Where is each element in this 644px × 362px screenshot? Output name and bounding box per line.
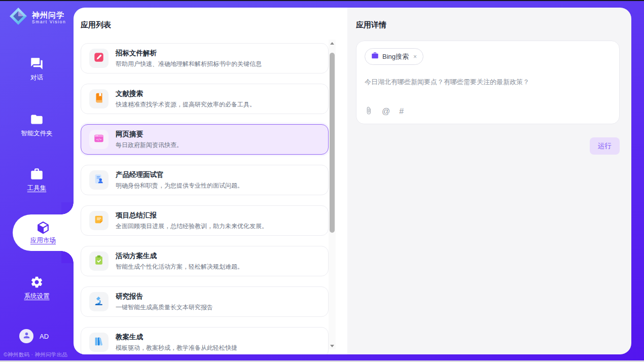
- book-icon: [93, 92, 104, 105]
- sidebar-item-label: 应用市场: [30, 236, 56, 245]
- window-top-edge: [0, 0, 644, 1]
- sidebar-item-chat[interactable]: 对话: [0, 57, 74, 82]
- active-curve-bottom: [61, 251, 74, 263]
- mention-icon[interactable]: @: [382, 107, 390, 116]
- app-list-panel: 应用列表 招标文件解析 帮助用户快速、准确地理解和解析招标书中的关键信息: [74, 8, 347, 354]
- app-card-icon-box: [89, 211, 109, 230]
- close-icon[interactable]: ×: [413, 53, 417, 60]
- scroll-up-arrow-icon[interactable]: [329, 40, 336, 47]
- briefcase-icon: [371, 52, 379, 61]
- composer-toolbar: @ #: [365, 106, 404, 117]
- sidebar-item-smart-folder[interactable]: 智能文件夹: [0, 113, 74, 138]
- app-detail-panel: 应用详情 Bing搜索 × 今日湖北有哪些新闻要点？有哪些需要关注的最新政策？ …: [347, 8, 631, 354]
- hash-icon[interactable]: #: [399, 107, 404, 116]
- app-card-desc: 智能生成个性化活动方案，轻松解决规划难题。: [116, 263, 243, 271]
- sidebar-item-label: 系统设置: [24, 292, 50, 301]
- app-card-desc: 快速精准查找学术资源，提高研究效率的必备工具。: [116, 100, 256, 109]
- books-icon: [93, 336, 104, 349]
- sidebar-item-app-market[interactable]: 应用市场: [13, 214, 74, 251]
- app-detail-title: 应用详情: [356, 20, 386, 30]
- app-card-literature-search[interactable]: 文献搜索 快速精准查找学术资源，提高研究效率的必备工具。: [81, 84, 329, 114]
- prompt-card[interactable]: Bing搜索 × 今日湖北有哪些新闻要点？有哪些需要关注的最新政策？ @ #: [356, 41, 620, 124]
- app-card-icon-box: [89, 89, 109, 108]
- user-profile[interactable]: AD: [19, 329, 49, 343]
- interviewer-icon: [93, 173, 104, 187]
- app-card-title: 文献搜索: [116, 89, 256, 98]
- clipboard-check-icon: [93, 255, 104, 268]
- note-icon: [93, 214, 104, 227]
- active-curve-top: [61, 202, 74, 214]
- app-list-title: 应用列表: [81, 20, 111, 30]
- main-content: 应用列表 招标文件解析 帮助用户快速、准确地理解和解析招标书中的关键信息: [74, 8, 631, 354]
- app-card-title: 教案生成: [116, 333, 237, 342]
- app-card-lesson-plan[interactable]: 教案生成 模板驱动，教案秒成，教学准备从此轻松快捷: [81, 327, 329, 354]
- app-card-icon-box: [89, 292, 109, 311]
- app-card-title: 项目总结汇报: [116, 211, 268, 220]
- brand-name: 神州问学: [32, 11, 66, 19]
- app-card-bid-parse[interactable]: 招标文件解析 帮助用户快速、准确地理解和解析招标书中的关键信息: [81, 43, 329, 74]
- app-card-event-plan[interactable]: 活动方案生成 智能生成个性化活动方案，轻松解决规划难题。: [81, 246, 329, 276]
- app-card-desc: 一键智能生成高质量长文本研究报告: [116, 303, 213, 312]
- app-card-title: 产品经理面试官: [116, 170, 243, 179]
- cube-icon: [36, 221, 50, 235]
- browser-code-icon: </>: [93, 133, 104, 146]
- sidebar-item-label: 工具集: [27, 184, 47, 193]
- sidebar-item-toolset[interactable]: 工具集: [0, 167, 74, 193]
- toolbox-icon: [0, 167, 74, 182]
- app-card-web-summary[interactable]: </> 网页摘要 每日政府新闻资讯快查。: [81, 124, 329, 155]
- app-card-list: 招标文件解析 帮助用户快速、准确地理解和解析招标书中的关键信息 文献搜索 快速精…: [81, 43, 329, 354]
- folder-icon: [0, 113, 74, 127]
- app-card-desc: 每日政府新闻资讯快查。: [116, 141, 183, 150]
- person-icon: [22, 331, 31, 342]
- tool-tag-bing-search[interactable]: Bing搜索 ×: [365, 48, 423, 65]
- app-card-desc: 全面回顾项目进展，总结经验教训，助力未来优化发展。: [116, 222, 268, 231]
- chat-icon: [0, 57, 74, 71]
- tool-tag-label: Bing搜索: [382, 52, 409, 61]
- app-card-title: 活动方案生成: [116, 251, 243, 261]
- brand[interactable]: 神州问学 Smart Vision: [9, 7, 66, 28]
- app-card-title: 研究报告: [116, 292, 213, 301]
- query-text[interactable]: 今日湖北有哪些新闻要点？有哪些需要关注的最新政策？: [365, 77, 611, 87]
- app-card-desc: 模板驱动，教案秒成，教学准备从此轻松快捷: [116, 344, 237, 352]
- brand-subtitle: Smart Vision: [32, 19, 66, 24]
- avatar: [19, 329, 33, 343]
- app-card-icon-box: [89, 251, 109, 271]
- sidebar-item-label: 智能文件夹: [21, 129, 53, 138]
- user-initials: AD: [40, 333, 49, 340]
- scrollbar[interactable]: [329, 40, 336, 349]
- sidebar-footer: ©神州数码 · 神州问学出品: [4, 351, 67, 358]
- sidebar-item-label: 对话: [30, 74, 43, 82]
- sidebar: 神州问学 Smart Vision 对话 智能文件夹 工具集 应用: [0, 0, 74, 362]
- app-card-icon-box: [89, 333, 109, 352]
- gear-icon: [0, 275, 74, 289]
- scrollbar-thumb[interactable]: [330, 53, 335, 233]
- diamond-logo-icon: [9, 7, 28, 28]
- app-card-icon-box: </>: [89, 130, 109, 149]
- app-card-project-summary[interactable]: 项目总结汇报 全面回顾项目进展，总结经验教训，助力未来优化发展。: [81, 205, 329, 236]
- app-card-icon-box: [89, 49, 109, 68]
- app-card-desc: 帮助用户快速、准确地理解和解析招标书中的关键信息: [116, 60, 262, 68]
- scroll-down-arrow-icon[interactable]: [329, 342, 336, 349]
- app-card-research-report[interactable]: 研究报告 一键智能生成高质量长文本研究报告: [81, 286, 329, 317]
- microscope-icon: [93, 295, 104, 308]
- svg-text:</>: </>: [96, 137, 102, 141]
- app-card-icon-box: [89, 170, 109, 190]
- edit-icon: [93, 52, 104, 65]
- app-card-title: 招标文件解析: [116, 49, 262, 58]
- sidebar-item-settings[interactable]: 系统设置: [0, 275, 74, 301]
- app-card-pm-interviewer[interactable]: 产品经理面试官 明确身份和职责，为您提供专业性的面试问题。: [81, 165, 329, 195]
- app-card-desc: 明确身份和职责，为您提供专业性的面试问题。: [116, 182, 243, 190]
- paperclip-icon[interactable]: [365, 106, 373, 117]
- run-button[interactable]: 运行: [590, 137, 620, 155]
- app-card-title: 网页摘要: [116, 130, 183, 139]
